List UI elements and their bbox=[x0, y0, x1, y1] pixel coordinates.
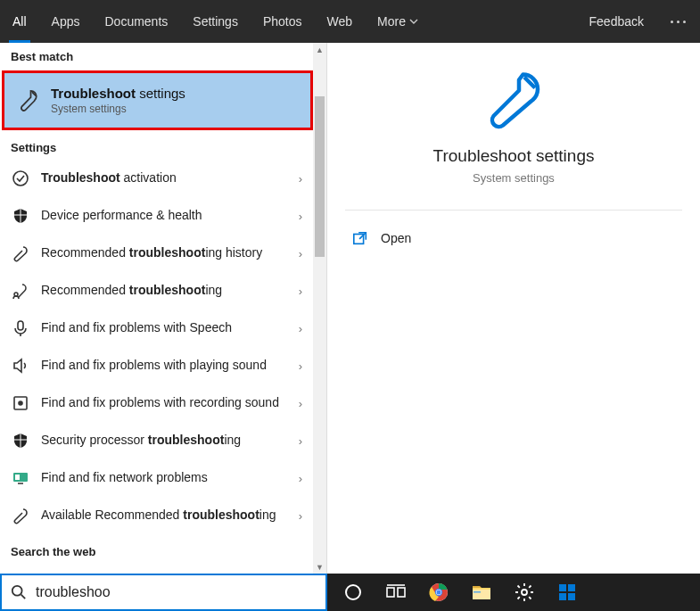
result-label: Find and fix network problems bbox=[41, 470, 283, 486]
scroll-thumb[interactable] bbox=[315, 96, 325, 257]
result-troubleshoot-activation[interactable]: Troubleshoot activation › bbox=[0, 160, 313, 197]
svg-rect-23 bbox=[568, 584, 575, 591]
tab-all[interactable]: All bbox=[0, 0, 39, 43]
chevron-right-icon: › bbox=[299, 322, 302, 335]
result-label: Troubleshoot activation bbox=[41, 170, 283, 186]
shield-icon bbox=[11, 206, 30, 226]
taskbar bbox=[327, 574, 700, 611]
troubleshoot-icon bbox=[15, 88, 40, 113]
scrollbar[interactable]: ▲ ▼ bbox=[313, 43, 326, 574]
result-security-processor[interactable]: Security processor troubleshooting › bbox=[0, 422, 313, 459]
settings-header: Settings bbox=[0, 134, 326, 160]
checkmark-circle-icon bbox=[11, 169, 30, 188]
start-icon[interactable] bbox=[548, 574, 586, 611]
tab-documents[interactable]: Documents bbox=[92, 0, 180, 43]
result-label: Recommended troubleshooting bbox=[41, 283, 283, 299]
result-label: Device performance & health bbox=[41, 208, 283, 224]
results-panel: Best match Troubleshoot settings System … bbox=[0, 43, 327, 574]
best-match-header: Best match bbox=[0, 43, 326, 69]
tab-web[interactable]: Web bbox=[314, 0, 365, 43]
scroll-down-icon[interactable]: ▼ bbox=[313, 560, 326, 574]
svg-point-9 bbox=[12, 586, 22, 596]
top-tab-bar: All Apps Documents Settings Photos Web M… bbox=[0, 0, 700, 43]
svg-rect-20 bbox=[474, 591, 481, 593]
wrench-person-icon bbox=[11, 281, 30, 301]
result-label: Available Recommended troubleshooting bbox=[41, 508, 283, 524]
result-label: Recommended troubleshooting history bbox=[41, 245, 283, 261]
result-speech[interactable]: Find and fix problems with Speech › bbox=[0, 310, 313, 347]
ellipsis-icon[interactable] bbox=[656, 21, 700, 23]
result-recording-sound[interactable]: Find and fix problems with recording sou… bbox=[0, 384, 313, 422]
chevron-right-icon: › bbox=[299, 285, 302, 298]
svg-rect-12 bbox=[398, 588, 405, 597]
divider bbox=[345, 210, 682, 211]
result-network[interactable]: Find and fix network problems › bbox=[0, 459, 313, 497]
result-label: Find and fix problems with playing sound bbox=[41, 358, 283, 374]
tab-settings[interactable]: Settings bbox=[180, 0, 251, 43]
network-icon bbox=[11, 468, 30, 488]
svg-rect-22 bbox=[559, 584, 566, 591]
settings-icon[interactable] bbox=[506, 574, 543, 611]
search-web-header: Search the web bbox=[0, 534, 326, 564]
speaker-icon bbox=[11, 356, 30, 376]
svg-rect-25 bbox=[568, 593, 575, 600]
preview-subtitle: System settings bbox=[473, 171, 555, 185]
result-label: Security processor troubleshooting bbox=[41, 433, 283, 449]
result-playing-sound[interactable]: Find and fix problems with playing sound… bbox=[0, 347, 313, 384]
chevron-right-icon: › bbox=[299, 172, 302, 186]
chevron-right-icon: › bbox=[299, 472, 302, 485]
wrench-icon bbox=[11, 506, 30, 525]
file-explorer-icon[interactable] bbox=[463, 574, 500, 611]
result-available-recommended[interactable]: Available Recommended troubleshooting › bbox=[0, 497, 313, 534]
preview-title: Troubleshoot settings bbox=[433, 146, 595, 166]
chevron-down-icon bbox=[409, 17, 418, 26]
svg-point-4 bbox=[19, 401, 22, 405]
troubleshoot-large-icon bbox=[482, 68, 546, 132]
tab-more[interactable]: More bbox=[365, 0, 431, 43]
best-match-title: Troubleshoot settings bbox=[51, 86, 185, 101]
task-view-icon[interactable] bbox=[377, 574, 415, 611]
svg-rect-2 bbox=[18, 321, 23, 330]
search-input[interactable] bbox=[36, 584, 317, 600]
chevron-right-icon: › bbox=[299, 397, 302, 410]
chevron-right-icon: › bbox=[299, 434, 302, 448]
chevron-right-icon: › bbox=[299, 509, 302, 523]
shield-icon bbox=[11, 431, 30, 450]
result-recommended-history[interactable]: Recommended troubleshooting history › bbox=[0, 235, 313, 272]
feedback-button[interactable]: Feedback bbox=[577, 0, 656, 43]
result-label: Find and fix problems with recording sou… bbox=[41, 395, 283, 411]
result-label: Find and fix problems with Speech bbox=[41, 320, 283, 336]
search-icon bbox=[11, 584, 27, 600]
svg-rect-11 bbox=[387, 588, 394, 597]
svg-rect-19 bbox=[473, 590, 490, 599]
preview-panel: Troubleshoot settings System settings Op… bbox=[327, 43, 700, 574]
open-label: Open bbox=[381, 231, 411, 245]
svg-point-21 bbox=[522, 590, 527, 595]
best-match-subtitle: System settings bbox=[51, 103, 185, 115]
result-recommended-troubleshooting[interactable]: Recommended troubleshooting › bbox=[0, 272, 313, 310]
mic-record-icon bbox=[11, 393, 30, 413]
best-match-result[interactable]: Troubleshoot settings System settings bbox=[2, 70, 313, 130]
open-icon bbox=[352, 230, 368, 246]
wrench-icon bbox=[11, 244, 30, 263]
svg-rect-24 bbox=[559, 593, 566, 600]
microphone-icon bbox=[11, 318, 30, 338]
svg-rect-6 bbox=[15, 475, 20, 480]
chevron-right-icon: › bbox=[299, 359, 302, 373]
cortana-icon[interactable] bbox=[334, 574, 372, 611]
open-button[interactable]: Open bbox=[327, 218, 700, 259]
result-device-performance[interactable]: Device performance & health › bbox=[0, 197, 313, 235]
tab-more-label: More bbox=[377, 14, 406, 29]
chevron-right-icon: › bbox=[299, 210, 302, 223]
search-bar[interactable] bbox=[0, 574, 327, 611]
svg-point-0 bbox=[13, 171, 28, 186]
tab-photos[interactable]: Photos bbox=[251, 0, 315, 43]
tab-apps[interactable]: Apps bbox=[39, 0, 93, 43]
svg-point-10 bbox=[346, 585, 360, 599]
chrome-icon[interactable] bbox=[420, 574, 457, 611]
chevron-right-icon: › bbox=[299, 247, 302, 260]
svg-rect-7 bbox=[18, 483, 23, 484]
scroll-up-icon[interactable]: ▲ bbox=[313, 43, 326, 56]
svg-point-17 bbox=[437, 590, 441, 595]
